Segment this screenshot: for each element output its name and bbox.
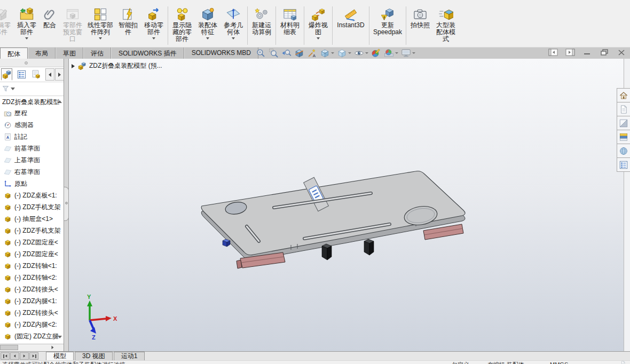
tab-item[interactable]: 运动1 — [114, 352, 145, 360]
history-button[interactable]: 歷程 — [0, 107, 64, 119]
property-manager-tab[interactable] — [17, 68, 27, 81]
update-speedpak-button[interactable]: 更新Speedpak — [371, 6, 405, 36]
tab-item[interactable]: SOLIDWORKS 插件 — [111, 48, 184, 59]
dropdown-arrow-icon[interactable] — [395, 52, 398, 54]
last-tab-button[interactable] — [29, 352, 38, 360]
part-button[interactable]: (-) ZDZ转轴<1: — [0, 260, 64, 272]
graphics-viewport[interactable]: Y X Z ZDZ折叠桌装配模型 (預... — [69, 59, 624, 351]
motion-study-button[interactable]: 新建运动算例 — [249, 6, 274, 36]
tab-item[interactable]: 3D 视图 — [75, 352, 113, 360]
tab-item[interactable]: 草图 — [56, 48, 83, 59]
view-orientation-button[interactable] — [319, 48, 335, 58]
tab-item[interactable]: 布局 — [28, 48, 56, 59]
home-button[interactable] — [617, 88, 630, 102]
panel-splitter[interactable] — [64, 59, 69, 351]
tab-active[interactable]: 配体 — [0, 48, 28, 59]
configuration-manager-tab[interactable] — [31, 68, 41, 81]
apply-scene-button[interactable] — [383, 48, 399, 58]
panel-top-splitter[interactable] — [0, 59, 64, 67]
plane-button[interactable]: 上基準面 — [0, 154, 64, 166]
view-settings-button[interactable] — [400, 48, 416, 58]
flyout-feature-tree[interactable]: ZDZ折叠桌装配模型 (預... — [72, 61, 162, 70]
tab-active[interactable]: 模型 — [46, 352, 74, 360]
next-tab-button[interactable] — [20, 352, 29, 360]
properties-list-button[interactable] — [617, 157, 630, 172]
collapse-panel-left-button[interactable] — [548, 48, 558, 57]
part-button[interactable]: (固定) ZDZ立腿 — [0, 330, 64, 342]
tree-root-item[interactable]: ZDZ折叠桌装配模型 — [0, 97, 64, 107]
3d-model[interactable]: Y X Z — [69, 59, 624, 351]
panel-tabs-scroll-right-button[interactable] — [55, 68, 64, 81]
close-button[interactable] — [616, 48, 627, 57]
part-button[interactable]: (-) ZDZ内腿<2: — [0, 319, 64, 330]
panel-tabs-scroll-left-button[interactable] — [45, 68, 54, 81]
move-component-button[interactable]: 移动零部件 — [141, 6, 167, 39]
restore-button[interactable] — [599, 48, 610, 57]
part-button[interactable]: (-) ZDZ手机支架 — [0, 201, 64, 213]
tree-scroll-up-icon[interactable] — [58, 100, 62, 103]
section-view-button[interactable] — [294, 48, 305, 58]
part-button[interactable]: (-) ZDZ桌板<1: — [0, 189, 64, 201]
origin-button[interactable]: 原點 — [0, 178, 64, 189]
design-library-button[interactable] — [617, 130, 630, 144]
plane-button[interactable]: 右基準面 — [0, 166, 64, 178]
dropdown-arrow-icon[interactable] — [152, 37, 155, 39]
dropdown-arrow-icon[interactable] — [206, 37, 209, 39]
annotations-button[interactable]: 註記 — [0, 131, 64, 143]
sensors-button[interactable]: 感測器 — [0, 119, 64, 131]
part-button[interactable]: (-) ZDZ固定座< — [0, 248, 64, 260]
show-hidden-button[interactable]: 显示隐藏的零部件 — [169, 6, 195, 43]
dropdown-arrow-icon[interactable] — [412, 52, 415, 54]
appearance-swatch-button[interactable] — [617, 116, 630, 130]
insert-component-button[interactable]: 插入零部件 — [14, 6, 40, 39]
expand-triangle-icon[interactable] — [72, 64, 75, 68]
part-button[interactable]: (-) 抽屉盒<1> — [0, 213, 64, 225]
first-tab-button[interactable] — [1, 352, 10, 360]
component-preview-button[interactable]: 零部件预览窗口 — [60, 6, 85, 43]
scrollbar-thumb[interactable] — [0, 345, 18, 350]
hide-show-items-button[interactable] — [353, 48, 369, 58]
mate-button[interactable]: 配合 — [40, 6, 60, 29]
zoom-fit-button[interactable] — [255, 48, 266, 58]
previous-tab-button[interactable] — [10, 352, 19, 360]
bom-button[interactable]: 材料明细表 — [277, 6, 303, 36]
minimize-button[interactable] — [582, 48, 593, 57]
annotation-visibility-button[interactable] — [306, 48, 318, 58]
large-assembly-mode-button[interactable]: 大型装配体模式 — [433, 6, 459, 43]
reference-geometry-button[interactable]: 参考几何体 — [220, 6, 246, 39]
dropdown-arrow-icon[interactable] — [331, 52, 334, 54]
collapse-panel-right-button[interactable] — [565, 48, 576, 57]
part-button[interactable]: (-) ZDZ内腿<1: — [0, 295, 64, 307]
part-button[interactable]: (-) ZDZ转接头< — [0, 283, 64, 295]
document-button[interactable] — [617, 102, 630, 116]
zoom-area-button[interactable] — [268, 48, 279, 58]
plane-button[interactable]: 前基準面 — [0, 143, 64, 154]
smart-fasteners-button[interactable]: 智能扣件 — [115, 6, 141, 36]
filter-dropdown-icon[interactable] — [11, 88, 15, 90]
edit-component-button[interactable]: 编辑零部件 — [0, 6, 14, 36]
snapshot-button[interactable]: 拍快照 — [407, 6, 433, 29]
scroll-right-button[interactable] — [49, 345, 56, 350]
part-button[interactable]: (-) ZDZ转轴<2: — [0, 272, 64, 283]
tree-scroll-down-icon[interactable] — [58, 336, 62, 338]
status-tag-icon[interactable] — [620, 361, 626, 364]
dropdown-arrow-icon[interactable] — [365, 52, 368, 54]
part-button[interactable]: (-) ZDZ固定座< — [0, 236, 64, 248]
dropdown-arrow-icon[interactable] — [348, 52, 351, 54]
dropdown-arrow-icon[interactable] — [232, 37, 235, 39]
dropdown-arrow-icon[interactable] — [317, 37, 320, 39]
tab-item[interactable]: SOLIDWORKS MBD — [184, 48, 258, 59]
units-indicator[interactable]: MMGS — [550, 361, 568, 364]
part-button[interactable]: (-) ZDZ转接头< — [0, 307, 64, 319]
display-style-button[interactable] — [336, 48, 352, 58]
exploded-view-button[interactable]: 爆炸视图 — [305, 6, 331, 39]
tab-item[interactable]: 评估 — [83, 48, 111, 59]
feature-manager-tab[interactable] — [1, 68, 12, 81]
dropdown-arrow-icon[interactable] — [99, 37, 102, 39]
part-button[interactable]: (-) ZDZ手机支架 — [0, 225, 64, 236]
globe-button[interactable] — [617, 144, 630, 158]
edit-appearance-button[interactable] — [371, 48, 382, 58]
tree-horizontal-scrollbar[interactable] — [0, 344, 64, 351]
assembly-features-button[interactable]: 装配体特征 — [195, 6, 220, 39]
previous-view-button[interactable] — [281, 48, 292, 58]
